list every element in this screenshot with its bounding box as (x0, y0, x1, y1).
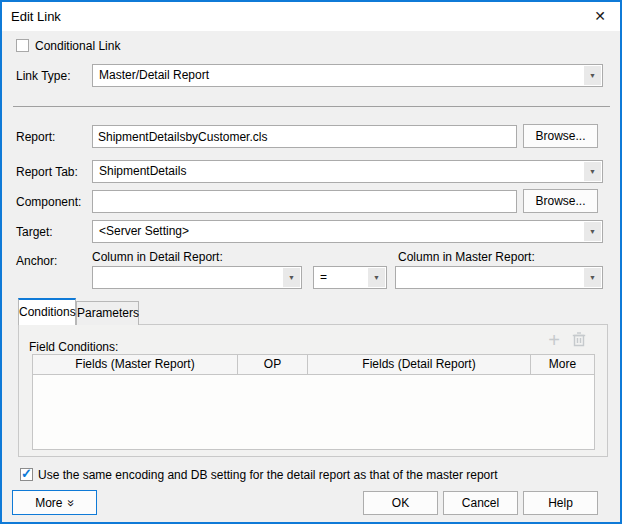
chevron-down-icon: ▼ (589, 274, 596, 281)
operator-combobox[interactable]: = ▼ (313, 266, 387, 289)
conditional-link-checkbox[interactable] (16, 39, 29, 52)
report-tab-label: Report Tab: (16, 165, 78, 179)
more-button-label: More (35, 496, 62, 510)
cancel-button[interactable]: Cancel (443, 491, 518, 515)
add-condition-button[interactable]: + (544, 330, 564, 350)
chevron-down-icon: ▼ (373, 274, 380, 281)
same-encoding-checkbox[interactable]: ✓ (20, 468, 33, 481)
column-master-dropdown-button[interactable]: ▼ (584, 268, 601, 287)
operator-dropdown-button[interactable]: ▼ (368, 268, 385, 287)
link-type-combobox[interactable]: Master/Detail Report ▼ (92, 64, 603, 87)
field-conditions-label: Field Conditions: (29, 340, 118, 354)
report-tab-combobox[interactable]: ShipmentDetails ▼ (92, 160, 603, 183)
tab-conditions[interactable]: Conditions (18, 298, 76, 325)
same-encoding-label: Use the same encoding and DB setting for… (38, 468, 498, 482)
link-type-dropdown-button[interactable]: ▼ (584, 66, 601, 85)
target-value: <Server Setting> (99, 221, 189, 242)
operator-value: = (320, 267, 327, 288)
table-header-row: Fields (Master Report) OP Fields (Detail… (33, 355, 594, 375)
target-dropdown-button[interactable]: ▼ (584, 222, 601, 241)
double-chevron-down-icon: » (59, 499, 81, 506)
target-label: Target: (16, 225, 53, 239)
report-input[interactable] (92, 125, 517, 148)
chevron-down-icon: ▼ (589, 228, 596, 235)
chevron-down-icon: ▼ (288, 274, 295, 281)
component-browse-button[interactable]: Browse... (523, 189, 598, 213)
close-icon: ✕ (594, 8, 606, 24)
conditional-link-label: Conditional Link (35, 39, 120, 53)
link-type-value: Master/Detail Report (99, 65, 209, 86)
field-conditions-table: Fields (Master Report) OP Fields (Detail… (32, 354, 595, 450)
tab-parameters[interactable]: Parameters (76, 301, 139, 325)
report-tab-value: ShipmentDetails (99, 161, 186, 182)
dialog-title: Edit Link (11, 2, 61, 31)
chevron-down-icon: ▼ (589, 72, 596, 79)
link-type-label: Link Type: (16, 69, 70, 83)
table-body-empty[interactable] (33, 375, 594, 449)
column-detail-label: Column in Detail Report: (92, 250, 223, 264)
anchor-label: Anchor: (16, 254, 57, 268)
column-header-more[interactable]: More (530, 355, 594, 374)
report-label: Report: (16, 130, 55, 144)
add-icon: + (548, 329, 560, 351)
target-combobox[interactable]: <Server Setting> ▼ (92, 220, 603, 243)
trash-icon (572, 331, 586, 347)
column-header-fields-master[interactable]: Fields (Master Report) (33, 355, 237, 374)
chevron-down-icon: ▼ (589, 168, 596, 175)
ok-button[interactable]: OK (363, 491, 438, 515)
check-icon: ✓ (21, 466, 32, 481)
column-detail-combobox[interactable]: ▼ (92, 266, 302, 289)
report-browse-button[interactable]: Browse... (523, 124, 598, 148)
report-tab-dropdown-button[interactable]: ▼ (584, 162, 601, 181)
column-master-combobox[interactable]: ▼ (395, 266, 603, 289)
column-header-op[interactable]: OP (237, 355, 307, 374)
delete-condition-button[interactable] (569, 331, 589, 349)
more-button[interactable]: More» (12, 490, 97, 515)
column-header-fields-detail[interactable]: Fields (Detail Report) (307, 355, 530, 374)
component-input[interactable] (92, 190, 517, 213)
help-button[interactable]: Help (523, 491, 598, 515)
titlebar: Edit Link ✕ (2, 2, 620, 31)
separator (13, 106, 610, 107)
column-master-label: Column in Master Report: (398, 250, 535, 264)
close-button[interactable]: ✕ (586, 5, 614, 27)
component-label: Component: (16, 195, 81, 209)
edit-link-dialog: Edit Link ✕ Conditional Link Link Type: … (0, 0, 622, 524)
column-detail-dropdown-button[interactable]: ▼ (283, 268, 300, 287)
